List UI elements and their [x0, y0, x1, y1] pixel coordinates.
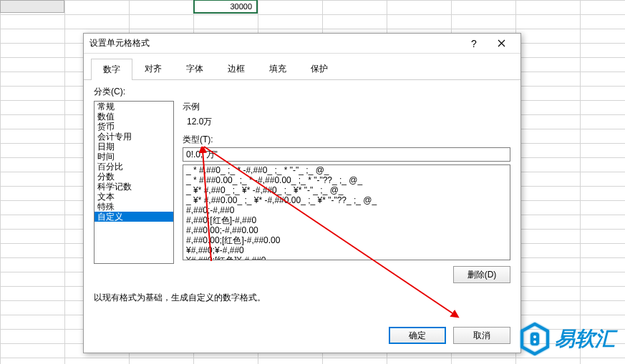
category-item[interactable]: 文本	[95, 192, 173, 202]
watermark-logo: 易软汇	[520, 323, 615, 355]
category-item[interactable]: 时间	[95, 152, 173, 162]
category-listbox[interactable]: 常规 数值 货币 会计专用 日期 时间 百分比 分数 科学记数 文本 特殊 自定…	[94, 101, 174, 264]
svg-rect-1	[530, 333, 539, 345]
tab-fill[interactable]: 填充	[257, 58, 299, 79]
format-code-item[interactable]: #,##0;-#,##0	[183, 205, 510, 215]
tab-number[interactable]: 数字	[91, 59, 132, 80]
category-item[interactable]: 日期	[95, 142, 173, 152]
category-item[interactable]: 数值	[95, 112, 173, 122]
help-button[interactable]: ?	[460, 34, 488, 53]
type-label: 类型(T):	[183, 134, 510, 146]
cancel-button[interactable]: 取消	[453, 327, 510, 344]
format-code-item[interactable]: _ * #,##0.00_ ;_ * -#,##0.00_ ;_ * "-"??…	[183, 175, 510, 185]
close-button[interactable]	[488, 34, 515, 53]
tab-border[interactable]: 边框	[215, 58, 257, 79]
format-code-item[interactable]: ¥#,##0;[红色]¥-#,##0	[183, 255, 510, 260]
svg-point-3	[533, 340, 536, 343]
format-cells-dialog: 设置单元格格式 ? 数字 对齐 字体 边框 填充 保护 分类(C): 常规 数值…	[83, 33, 521, 353]
format-code-item[interactable]: #,##0.00;[红色]-#,##0.00	[183, 235, 510, 245]
selected-cell[interactable]: 30000	[193, 0, 258, 14]
tab-font[interactable]: 字体	[174, 58, 215, 79]
category-item-custom[interactable]: 自定义	[95, 212, 173, 222]
type-input[interactable]	[183, 147, 510, 162]
dialog-tabs: 数字 对齐 字体 边框 填充 保护	[84, 54, 520, 80]
category-item[interactable]: 分数	[95, 172, 173, 182]
category-label: 分类(C):	[94, 86, 510, 98]
note-text: 以现有格式为基础，生成自定义的数字格式。	[94, 292, 510, 304]
category-item[interactable]: 货币	[95, 122, 173, 132]
ok-button[interactable]: 确定	[389, 327, 446, 344]
category-item[interactable]: 会计专用	[95, 132, 173, 142]
tab-alignment[interactable]: 对齐	[132, 58, 174, 79]
category-item[interactable]: 百分比	[95, 162, 173, 172]
format-codes-listbox[interactable]: _ * #,##0_ ;_ * -#,##0_ ;_ * "-"_ ;_ @_ …	[183, 164, 510, 260]
format-code-item[interactable]: _ ¥* #,##0_ ;_ ¥* -#,##0_ ;_ ¥* "-"_ ;_ …	[183, 185, 510, 195]
svg-point-2	[533, 335, 536, 338]
sample-value: 12.0万	[183, 114, 510, 134]
cell-header	[0, 0, 64, 13]
sample-label: 示例	[183, 101, 510, 113]
format-code-item[interactable]: _ ¥* #,##0.00_ ;_ ¥* -#,##0.00_ ;_ ¥* "-…	[183, 195, 510, 205]
delete-button[interactable]: 删除(D)	[453, 266, 510, 283]
dialog-titlebar: 设置单元格格式 ?	[84, 34, 520, 54]
format-code-item[interactable]: #,##0.00;-#,##0.00	[183, 225, 510, 235]
format-code-item[interactable]: ¥#,##0;¥-#,##0	[183, 245, 510, 255]
dialog-title: 设置单元格格式	[89, 37, 460, 49]
logo-icon	[520, 323, 549, 355]
logo-text: 易软汇	[555, 325, 615, 353]
format-code-item[interactable]: _ * #,##0_ ;_ * -#,##0_ ;_ * "-"_ ;_ @_	[183, 165, 510, 175]
category-item[interactable]: 常规	[95, 102, 173, 112]
format-code-item[interactable]: #,##0;[红色]-#,##0	[183, 215, 510, 225]
tab-protection[interactable]: 保护	[299, 58, 340, 79]
category-item[interactable]: 科学记数	[95, 182, 173, 192]
close-icon	[498, 39, 505, 47]
category-item[interactable]: 特殊	[95, 202, 173, 212]
